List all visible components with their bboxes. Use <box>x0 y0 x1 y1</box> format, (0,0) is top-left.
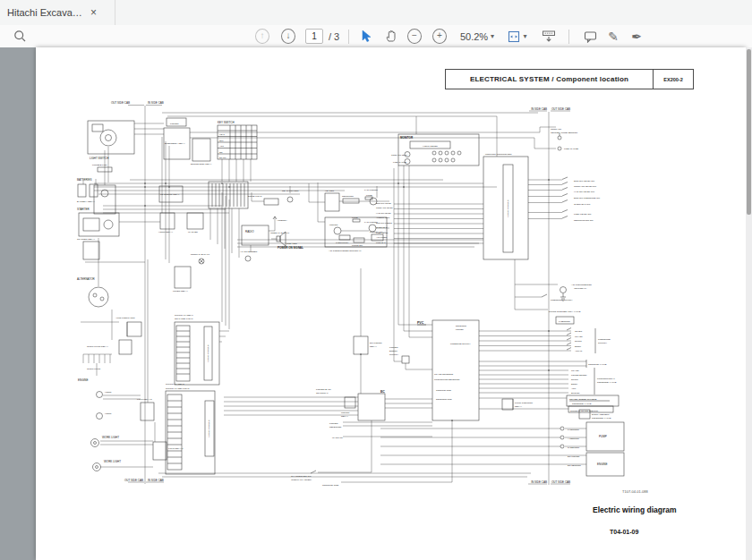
label-proportional-solenoid: SOLENOID VALVE <box>597 381 617 384</box>
label-switch-panel1: SWITCH PANEL 1 <box>175 314 193 317</box>
label-mi1: ENG OIL LEVEL <box>376 202 392 204</box>
label-sol2: POWER BOOST <box>571 374 587 376</box>
label-batteries: BATTERIES <box>77 178 91 182</box>
label-power-boost-switch: SWITCH <box>389 353 398 356</box>
hand-tool-button[interactable] <box>383 25 399 47</box>
label-key-switch: KEY SWITCH <box>218 121 235 124</box>
label-power-on-signal: POWER ON SIGNAL <box>278 246 303 250</box>
find-button[interactable] <box>11 25 29 47</box>
pdf-toolbar: ↑ ↓ 1 / 3 − + 50.2% ▾ ▾ ✎ ✒ <box>0 25 752 48</box>
label-pvc-pressure-switch: PRESSURE SWITCH <box>450 343 471 344</box>
label-starter: STARTER <box>77 208 90 211</box>
label-t-sensor: T SENSOR <box>559 320 570 323</box>
zoom-in-button[interactable]: + <box>432 25 447 47</box>
boundary-label: IN SIDE CAB <box>531 480 547 484</box>
pdf-page[interactable]: ELECTRICAL SYSTEM / Component location E… <box>36 47 746 560</box>
document-viewer: ELECTRICAL SYSTEM / Component location E… <box>0 47 752 560</box>
arrow-down-icon: ↓ <box>281 29 295 44</box>
label-mi9: PREHEAT <box>376 242 386 243</box>
label-coolant-sensor: COOLANT <box>551 128 562 131</box>
label-mi7: FUEL LEVEL <box>376 232 389 233</box>
scrollbar-thumb[interactable] <box>747 49 751 215</box>
comment-button[interactable] <box>581 25 599 47</box>
label-inner-cab-wall: INNER CAB WALL <box>270 232 290 234</box>
fill-sign-button[interactable]: ✒ <box>628 25 645 47</box>
label-logic-module: LOGIC MODULE <box>208 420 210 437</box>
label-monitor-controller: MONITOR CONTROLLER <box>485 153 512 156</box>
scroll-mode-button[interactable] <box>540 25 558 47</box>
label-control-gnd: CONTROL GND <box>436 389 451 391</box>
label-rear-lighter: REAR LIGHTER <box>282 190 299 192</box>
label-sol3: SWING <box>571 378 578 380</box>
label-dc-motor-relay: DC MOTOR <box>370 342 382 344</box>
fit-width-button[interactable]: ▾ <box>506 25 529 47</box>
boundary-label: IN SIDE CAB <box>148 101 164 105</box>
label-mi6: OVERHEAT <box>376 226 388 228</box>
label-sol6: BUCKET <box>571 392 580 394</box>
label-ks-off: OFF <box>219 140 224 141</box>
label-horn-relay: HORN RELAY <box>158 231 173 233</box>
label-pressure-switch: PRESSURE SWITCH <box>551 299 573 301</box>
label-antenna: ANTENNA <box>277 219 287 222</box>
magnifier-icon <box>13 30 27 43</box>
tab-bar: Hitachi Excavator E... × <box>0 0 752 25</box>
label-horn: HORN <box>105 391 112 394</box>
close-icon[interactable]: × <box>90 6 97 19</box>
vertical-scrollbar[interactable] <box>746 47 752 560</box>
previous-page-button[interactable]: ↑ <box>255 25 269 47</box>
label-glow-plug: GLOW PLUG <box>87 368 100 370</box>
model-badge: EX200-2 <box>653 70 693 89</box>
label-motor-relay: MOTOR <box>341 412 349 414</box>
zoom-out-button[interactable]: − <box>407 25 422 47</box>
label-micro-sw: MICRO SW <box>352 244 363 246</box>
label-sw6: FUEL LEVEL SW <box>574 213 592 216</box>
label-washer: WASHER <box>188 231 198 233</box>
toolbar-arrow-icon <box>542 30 556 43</box>
label-pump-control-relay: RELAY <box>515 405 522 408</box>
label-logic-module: LOGIC MODULE <box>507 199 509 217</box>
label-sol1: TRAVEL <box>571 369 579 371</box>
label-monitor: MONITOR <box>400 136 414 140</box>
label-sw5: OVERHEAT SW <box>574 203 591 206</box>
highlighter-icon: ✎ <box>608 30 619 44</box>
next-page-button[interactable]: ↓ <box>281 25 295 47</box>
label-ps3: SWING <box>575 340 582 342</box>
wiring-diagram: OUT SIDE CAB IN SIDE CAB IN SIDE CAB OUT… <box>76 97 703 510</box>
label-pump-displacement: DISPLACEMENT <box>592 413 610 416</box>
label-dome-light: DOME LIGHT <box>248 195 262 198</box>
label-pressure-switch-block: PRESSURE <box>598 338 611 341</box>
label-pump-displacement: SOLENOID VALVE <box>592 417 611 420</box>
chevron-down-icon: ▾ <box>523 32 526 40</box>
label-light-relay-2: LIGHT RELAY-2 <box>137 398 152 400</box>
label-pump: PUMP <box>599 435 607 438</box>
boundary-label: OUT SIDE CAB <box>551 480 570 484</box>
toolbar-separator <box>568 25 569 47</box>
boundary-label: OUT SIDE CAB <box>124 479 143 482</box>
label-work-light: WORK LIGHT <box>102 436 119 439</box>
label-mi2: COOLANT LEVEL <box>376 207 394 208</box>
boundary-label: IN SIDE CAB <box>531 107 547 111</box>
label-control-valve: CONTROL VALVE <box>588 363 607 366</box>
page-title: ELECTRICAL SYSTEM / Component location <box>446 75 653 83</box>
label-pvc: PVC <box>417 321 424 325</box>
boundary-label: OUT SIDE CAB <box>551 107 570 111</box>
page-number-input[interactable]: 1 <box>305 25 323 47</box>
label-power-boost-switch: POWER <box>389 346 398 349</box>
label-room-cab-wall: ROOM CAB WALL <box>191 253 210 256</box>
label-radio: RADIO <box>245 230 254 233</box>
label-travel-solenoid: TRAVEL SOLENOID <box>434 373 454 375</box>
label-sw1: ENG OIL LEVEL SW <box>574 180 595 182</box>
label-p-sensor: P SENSOR <box>568 428 579 431</box>
label-changeover-sw: CHANGEOVER SW <box>291 475 312 478</box>
tab-title: Hitachi Excavator E... <box>7 7 84 18</box>
label-pressure-switch-block: SWITCH <box>598 342 607 344</box>
label-resistor: RESISTOR <box>342 195 354 198</box>
zoom-level-dropdown[interactable]: 50.2% ▾ <box>457 25 498 47</box>
label-a-sensor: A SENSOR <box>568 437 579 440</box>
label-ec-sensor: EC SENSOR <box>568 464 581 467</box>
select-tool-button[interactable] <box>358 25 374 47</box>
label-solenoid-power: POWER <box>456 328 464 330</box>
label-power-selector: POWER <box>329 422 338 425</box>
highlight-button[interactable]: ✎ <box>605 25 621 47</box>
document-tab[interactable]: Hitachi Excavator E... × <box>0 0 115 25</box>
